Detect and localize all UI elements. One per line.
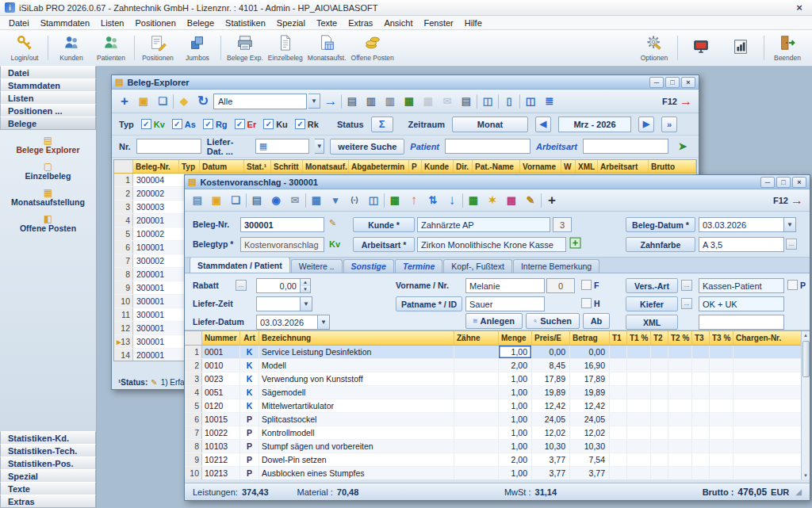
previous-month-button[interactable]: ◀ [535,116,551,132]
sidebar-item[interactable]: Texte [0,482,96,495]
chevron-down-icon[interactable]: ▼ [315,139,324,154]
gift-icon[interactable]: ▩ [503,192,520,209]
app-close-button[interactable]: × [791,2,807,13]
toolbar-separator[interactable] [341,94,342,109]
minimize-button[interactable]: ─ [760,177,775,188]
type-filter-checkbox[interactable]: ✓ As [172,119,196,129]
maximize-button[interactable]: □ [665,77,680,88]
arbeitsart-search-input[interactable] [583,139,668,154]
sidebar-item[interactable]: Statistiken-Kd. [0,431,96,445]
toolbar-button-optionen[interactable]: Optionen [634,32,674,64]
chevron-down-icon[interactable]: ▼ [308,94,320,109]
column-header[interactable]: XML [576,160,598,173]
resize-grip[interactable]: ◢ [795,487,802,496]
grid-columns-icon[interactable]: ◫ [365,192,382,209]
mail-icon[interactable]: ✉ [286,192,304,209]
sidebar-item-positionen[interactable]: Positionen ... [0,104,96,117]
toolbar-button-offene-posten[interactable]: Offene Posten [349,32,396,64]
edit-pencil-icon[interactable]: ✎ [329,218,336,228]
toolbar-separator[interactable] [384,193,385,208]
position-row[interactable]: 10 10213 P Ausblocken eines Stumpfes 1,0… [185,467,810,479]
menu-item[interactable]: Positionen [129,17,181,29]
table-icon[interactable]: ▦ [308,192,325,209]
menu-item[interactable]: Texte [311,17,343,29]
sort-icon[interactable]: ⇅ [424,192,442,209]
add-arbeitsart-icon[interactable] [569,237,581,250]
position-row[interactable]: 4 0051 K Sägemodell 1,00 19,89 19,89 [185,386,810,399]
kunde-label-button[interactable]: Kunde * [353,217,415,232]
patient-nr-field[interactable]: 0 [546,278,575,293]
position-row[interactable]: 2 0010 K Modell 2,00 8,45 16,90 [185,359,810,372]
toolbar-button-monitor[interactable] [681,32,721,64]
column-header[interactable]: Vorname [520,160,561,173]
seal-icon[interactable]: ◉ [267,192,285,209]
weitere-suche-button[interactable]: weitere Suche [330,139,404,155]
printer-settings-icon[interactable]: ▤ [458,93,475,110]
chevron-down-icon[interactable]: ▼ [301,296,312,311]
filter-select[interactable]: Alle [213,94,307,109]
xml-field[interactable] [699,315,784,330]
position-row[interactable]: 9 10212 P Dowel-Pin setzen 2,00 3,77 7,5… [185,453,810,467]
sidebar-item[interactable]: Extras [0,495,96,508]
position-row[interactable]: 7 10022 P Kontrollmodell 1,00 12,02 12,0… [185,426,810,440]
arbeitsart-field[interactable]: Zirkon Monolithische Krone Kasse [417,237,566,252]
next-month-button[interactable]: ▶ [638,116,654,132]
type-filter-checkbox[interactable]: ✓ Rk [295,119,319,129]
copy-icon[interactable]: ❏ [227,192,244,209]
zahnfarbe-picker-icon[interactable]: ... [786,239,797,250]
kunde-field[interactable]: Zahnärzte AP [417,217,550,232]
move-down-icon[interactable]: ↓ [443,192,461,209]
column-header[interactable]: Monatsauf. [303,160,349,173]
column-header[interactable]: W [561,160,576,173]
new-record-icon[interactable]: + [116,93,133,110]
kiefer-field[interactable]: OK + UK [699,296,784,311]
column-header[interactable]: Bezeichnung [259,331,454,345]
table-dropdown-icon[interactable]: ▾ [327,192,344,209]
mail-icon[interactable]: ✉ [439,93,456,110]
menge-cell[interactable]: 1,00 [499,426,532,439]
type-filter-checkbox[interactable]: ✓ Ku [263,119,288,129]
toolbar-button-monatsaufstellung[interactable]: Monatsaufst. [305,32,349,64]
toolbar-separator[interactable] [519,94,520,109]
tab[interactable]: Interne Bemerkung [513,259,599,273]
column-header[interactable]: Preis/E [532,331,570,345]
sidebar-item-monatsaufstellung[interactable]: ▦ Monatsaufstellung [0,188,96,207]
rabatt-options-button[interactable]: ... [236,280,247,291]
scroll-up-icon[interactable]: ▲ [803,331,808,339]
column-header[interactable]: Nummer [202,331,240,345]
close-button[interactable]: × [792,177,806,188]
position-row[interactable]: 8 10103 P Stumpf sägen und vorbereiten 1… [185,440,810,453]
menge-cell[interactable]: 1,00 [499,467,532,479]
beleg-nr-search-input[interactable] [136,139,201,154]
menu-item[interactable]: Listen [95,17,129,29]
h-checkbox[interactable]: H [581,298,600,308]
rabatt-spinner[interactable]: ▲▼ [301,278,311,293]
sidebar-item[interactable]: Statistiken-Pos. [0,456,96,470]
minimize-button[interactable]: ─ [649,77,664,88]
row-number-header[interactable] [185,331,202,345]
window-titlebar[interactable]: ▤ Kostenvoranschlag - 300001 ─ □ × [185,175,810,189]
row-number-header[interactable] [114,160,133,173]
suchen-button[interactable]: Suchen [526,313,580,329]
menge-cell[interactable]: 1,00 [499,399,532,412]
menge-cell[interactable]: 1,00 [499,440,532,453]
crosshair-icon[interactable]: + [543,192,561,209]
vorname-field[interactable]: Melanie [465,278,545,293]
refresh-icon[interactable]: ↻ [194,93,212,110]
column-header[interactable]: T2 [651,331,668,345]
menu-item[interactable]: Spezial [271,17,311,29]
menge-cell[interactable]: 2,00 [499,359,532,372]
monat-button[interactable]: Monat [452,116,528,132]
menge-cell[interactable]: 2,00 [499,453,532,466]
vers-art-label-button[interactable]: Vers.-Art [626,278,678,293]
column-header[interactable]: Schritt [271,160,303,173]
minus-bracket-icon[interactable]: (-) [346,192,363,209]
beleg-datum-field[interactable]: 03.03.2026 [699,217,784,232]
column-header[interactable]: Zähne [454,331,499,345]
tab[interactable]: Kopf-, Fußtext [443,259,512,273]
toolbar-button-jumbos[interactable]: Jumbos [178,32,217,64]
toolbar-button-positionen[interactable]: Positionen [138,32,178,64]
position-row[interactable]: 5 0120 K Mittelwertartikulator 1,00 12,4… [185,399,810,413]
edit-icon[interactable]: ✎ [522,192,539,209]
cube-icon[interactable]: ◆ [175,93,193,110]
